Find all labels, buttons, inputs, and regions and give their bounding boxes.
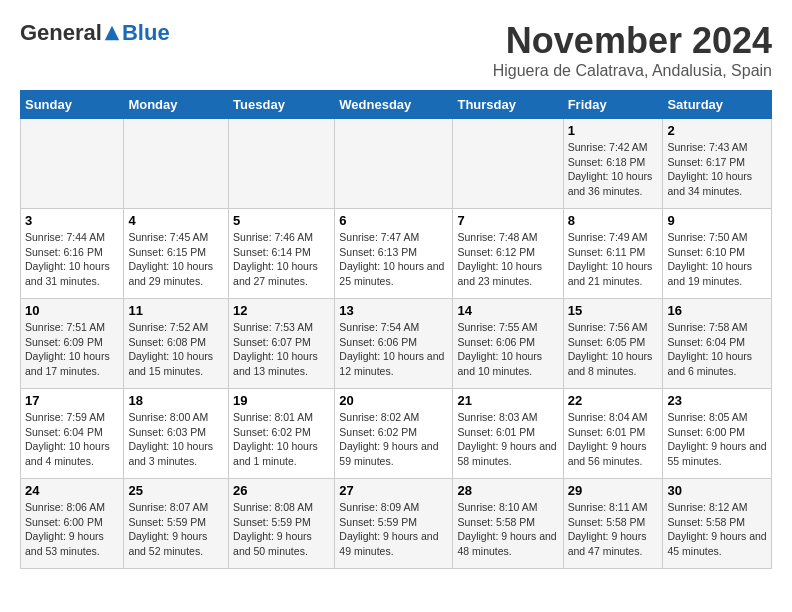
- calendar-cell: 16Sunrise: 7:58 AM Sunset: 6:04 PM Dayli…: [663, 299, 772, 389]
- day-number: 18: [128, 393, 224, 408]
- day-number: 29: [568, 483, 659, 498]
- day-info: Sunrise: 8:10 AM Sunset: 5:58 PM Dayligh…: [457, 500, 558, 559]
- day-info: Sunrise: 8:00 AM Sunset: 6:03 PM Dayligh…: [128, 410, 224, 469]
- page-header: General Blue November 2024 Higuera de Ca…: [20, 20, 772, 80]
- day-number: 16: [667, 303, 767, 318]
- calendar-row: 3Sunrise: 7:44 AM Sunset: 6:16 PM Daylig…: [21, 209, 772, 299]
- calendar-cell: 12Sunrise: 7:53 AM Sunset: 6:07 PM Dayli…: [229, 299, 335, 389]
- calendar-cell: 7Sunrise: 7:48 AM Sunset: 6:12 PM Daylig…: [453, 209, 563, 299]
- header-monday: Monday: [124, 91, 229, 119]
- calendar-cell: 15Sunrise: 7:56 AM Sunset: 6:05 PM Dayli…: [563, 299, 663, 389]
- header-thursday: Thursday: [453, 91, 563, 119]
- day-info: Sunrise: 8:09 AM Sunset: 5:59 PM Dayligh…: [339, 500, 448, 559]
- svg-marker-0: [105, 26, 119, 40]
- day-number: 14: [457, 303, 558, 318]
- day-number: 3: [25, 213, 119, 228]
- day-info: Sunrise: 7:44 AM Sunset: 6:16 PM Dayligh…: [25, 230, 119, 289]
- day-info: Sunrise: 8:04 AM Sunset: 6:01 PM Dayligh…: [568, 410, 659, 469]
- calendar-cell: 5Sunrise: 7:46 AM Sunset: 6:14 PM Daylig…: [229, 209, 335, 299]
- calendar-cell: 30Sunrise: 8:12 AM Sunset: 5:58 PM Dayli…: [663, 479, 772, 569]
- day-number: 24: [25, 483, 119, 498]
- calendar-cell: 24Sunrise: 8:06 AM Sunset: 6:00 PM Dayli…: [21, 479, 124, 569]
- month-title: November 2024: [493, 20, 772, 62]
- title-section: November 2024 Higuera de Calatrava, Anda…: [493, 20, 772, 80]
- day-number: 7: [457, 213, 558, 228]
- location: Higuera de Calatrava, Andalusia, Spain: [493, 62, 772, 80]
- calendar-cell: 8Sunrise: 7:49 AM Sunset: 6:11 PM Daylig…: [563, 209, 663, 299]
- day-number: 27: [339, 483, 448, 498]
- day-number: 19: [233, 393, 330, 408]
- day-number: 4: [128, 213, 224, 228]
- day-number: 26: [233, 483, 330, 498]
- calendar-cell: [124, 119, 229, 209]
- day-info: Sunrise: 8:07 AM Sunset: 5:59 PM Dayligh…: [128, 500, 224, 559]
- day-info: Sunrise: 7:55 AM Sunset: 6:06 PM Dayligh…: [457, 320, 558, 379]
- day-number: 21: [457, 393, 558, 408]
- header-tuesday: Tuesday: [229, 91, 335, 119]
- day-number: 8: [568, 213, 659, 228]
- day-number: 1: [568, 123, 659, 138]
- calendar-table: SundayMondayTuesdayWednesdayThursdayFrid…: [20, 90, 772, 569]
- day-info: Sunrise: 7:48 AM Sunset: 6:12 PM Dayligh…: [457, 230, 558, 289]
- day-info: Sunrise: 8:12 AM Sunset: 5:58 PM Dayligh…: [667, 500, 767, 559]
- day-info: Sunrise: 7:46 AM Sunset: 6:14 PM Dayligh…: [233, 230, 330, 289]
- day-number: 25: [128, 483, 224, 498]
- calendar-cell: 25Sunrise: 8:07 AM Sunset: 5:59 PM Dayli…: [124, 479, 229, 569]
- calendar-cell: 2Sunrise: 7:43 AM Sunset: 6:17 PM Daylig…: [663, 119, 772, 209]
- header-wednesday: Wednesday: [335, 91, 453, 119]
- calendar-cell: 6Sunrise: 7:47 AM Sunset: 6:13 PM Daylig…: [335, 209, 453, 299]
- day-number: 6: [339, 213, 448, 228]
- calendar-row: 10Sunrise: 7:51 AM Sunset: 6:09 PM Dayli…: [21, 299, 772, 389]
- day-number: 15: [568, 303, 659, 318]
- day-number: 28: [457, 483, 558, 498]
- logo-general: General: [20, 20, 102, 46]
- day-number: 20: [339, 393, 448, 408]
- day-number: 30: [667, 483, 767, 498]
- calendar-cell: 27Sunrise: 8:09 AM Sunset: 5:59 PM Dayli…: [335, 479, 453, 569]
- day-number: 11: [128, 303, 224, 318]
- day-info: Sunrise: 8:11 AM Sunset: 5:58 PM Dayligh…: [568, 500, 659, 559]
- day-info: Sunrise: 7:47 AM Sunset: 6:13 PM Dayligh…: [339, 230, 448, 289]
- day-info: Sunrise: 7:53 AM Sunset: 6:07 PM Dayligh…: [233, 320, 330, 379]
- calendar-cell: [453, 119, 563, 209]
- calendar-cell: 26Sunrise: 8:08 AM Sunset: 5:59 PM Dayli…: [229, 479, 335, 569]
- calendar-cell: [229, 119, 335, 209]
- calendar-cell: 10Sunrise: 7:51 AM Sunset: 6:09 PM Dayli…: [21, 299, 124, 389]
- calendar-cell: 4Sunrise: 7:45 AM Sunset: 6:15 PM Daylig…: [124, 209, 229, 299]
- day-number: 22: [568, 393, 659, 408]
- day-info: Sunrise: 7:58 AM Sunset: 6:04 PM Dayligh…: [667, 320, 767, 379]
- calendar-cell: 17Sunrise: 7:59 AM Sunset: 6:04 PM Dayli…: [21, 389, 124, 479]
- calendar-cell: 20Sunrise: 8:02 AM Sunset: 6:02 PM Dayli…: [335, 389, 453, 479]
- day-info: Sunrise: 8:02 AM Sunset: 6:02 PM Dayligh…: [339, 410, 448, 469]
- calendar-cell: 14Sunrise: 7:55 AM Sunset: 6:06 PM Dayli…: [453, 299, 563, 389]
- calendar-cell: 18Sunrise: 8:00 AM Sunset: 6:03 PM Dayli…: [124, 389, 229, 479]
- day-number: 2: [667, 123, 767, 138]
- calendar-cell: 29Sunrise: 8:11 AM Sunset: 5:58 PM Dayli…: [563, 479, 663, 569]
- calendar-cell: 1Sunrise: 7:42 AM Sunset: 6:18 PM Daylig…: [563, 119, 663, 209]
- calendar-cell: 11Sunrise: 7:52 AM Sunset: 6:08 PM Dayli…: [124, 299, 229, 389]
- day-info: Sunrise: 7:54 AM Sunset: 6:06 PM Dayligh…: [339, 320, 448, 379]
- day-number: 5: [233, 213, 330, 228]
- logo-blue: Blue: [122, 20, 170, 46]
- calendar-row: 17Sunrise: 7:59 AM Sunset: 6:04 PM Dayli…: [21, 389, 772, 479]
- calendar-cell: 13Sunrise: 7:54 AM Sunset: 6:06 PM Dayli…: [335, 299, 453, 389]
- day-info: Sunrise: 8:03 AM Sunset: 6:01 PM Dayligh…: [457, 410, 558, 469]
- calendar-cell: 19Sunrise: 8:01 AM Sunset: 6:02 PM Dayli…: [229, 389, 335, 479]
- day-number: 9: [667, 213, 767, 228]
- calendar-cell: [335, 119, 453, 209]
- day-info: Sunrise: 8:05 AM Sunset: 6:00 PM Dayligh…: [667, 410, 767, 469]
- day-info: Sunrise: 7:50 AM Sunset: 6:10 PM Dayligh…: [667, 230, 767, 289]
- day-info: Sunrise: 7:56 AM Sunset: 6:05 PM Dayligh…: [568, 320, 659, 379]
- day-info: Sunrise: 7:59 AM Sunset: 6:04 PM Dayligh…: [25, 410, 119, 469]
- day-number: 17: [25, 393, 119, 408]
- calendar-cell: 28Sunrise: 8:10 AM Sunset: 5:58 PM Dayli…: [453, 479, 563, 569]
- day-info: Sunrise: 7:42 AM Sunset: 6:18 PM Dayligh…: [568, 140, 659, 199]
- logo-icon: [103, 24, 121, 42]
- header-saturday: Saturday: [663, 91, 772, 119]
- calendar-row: 1Sunrise: 7:42 AM Sunset: 6:18 PM Daylig…: [21, 119, 772, 209]
- calendar-cell: 21Sunrise: 8:03 AM Sunset: 6:01 PM Dayli…: [453, 389, 563, 479]
- calendar-cell: 23Sunrise: 8:05 AM Sunset: 6:00 PM Dayli…: [663, 389, 772, 479]
- calendar-cell: 9Sunrise: 7:50 AM Sunset: 6:10 PM Daylig…: [663, 209, 772, 299]
- header-row: SundayMondayTuesdayWednesdayThursdayFrid…: [21, 91, 772, 119]
- day-number: 23: [667, 393, 767, 408]
